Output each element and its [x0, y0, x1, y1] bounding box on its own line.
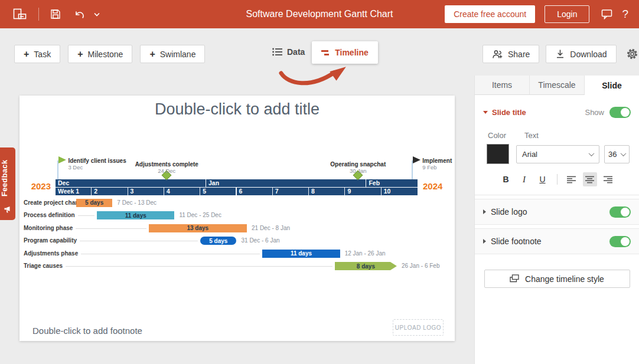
app-logo-icon[interactable]: [13, 8, 27, 21]
download-label: Download: [570, 50, 607, 59]
slide-logo-row[interactable]: Slide logo: [475, 199, 639, 225]
chevron-down-icon: [621, 150, 627, 156]
slide-canvas[interactable]: Double-click to add title DecJanFebWeek …: [19, 96, 455, 341]
gantt-task-connector: [78, 215, 94, 216]
gantt-task-dates: 26 Jan - 6 Feb: [402, 262, 439, 270]
title-color-swatch[interactable]: [487, 144, 509, 164]
year-label-right: 2024: [423, 181, 442, 191]
share-button[interactable]: Share: [482, 45, 539, 63]
slide-footnote-row[interactable]: Slide footnote: [475, 228, 639, 254]
gantt-milestone-name[interactable]: Identify client issues: [68, 158, 126, 164]
help-icon[interactable]: ?: [622, 8, 628, 21]
slide-logo-toggle[interactable]: [609, 206, 631, 218]
tab-timescale[interactable]: Timescale: [530, 76, 585, 95]
plus-icon: +: [24, 49, 29, 60]
tab-data[interactable]: Data: [272, 47, 305, 57]
tab-items[interactable]: Items: [475, 76, 530, 95]
gantt-task-bar[interactable]: 8 days: [335, 262, 397, 270]
add-swimlane-button[interactable]: + Swimlane: [140, 45, 205, 63]
slide-title-toggle[interactable]: [609, 107, 631, 118]
gantt-task-label[interactable]: Adjustments phase: [24, 250, 78, 258]
create-free-account-button[interactable]: Create free account: [445, 5, 535, 23]
divider: [38, 8, 39, 21]
pointer-arrow-graphic: [276, 59, 356, 90]
login-button[interactable]: Login: [545, 5, 589, 23]
timescale-month: Jan: [206, 179, 366, 187]
timescale-week: 2: [92, 187, 128, 195]
gantt-task-dates: 7 Dec - 13 Dec: [117, 199, 157, 207]
font-size-value: 36: [608, 150, 617, 159]
align-center-button[interactable]: [583, 172, 597, 186]
plus-icon: +: [149, 49, 155, 60]
slide-footnote-label: Slide footnote: [491, 237, 542, 246]
gantt-task-connector: [81, 254, 260, 254]
change-timeline-style-label: Change timeline style: [525, 274, 604, 284]
gantt-task-connector: [80, 241, 198, 241]
undo-menu-chevron-icon[interactable]: [94, 12, 100, 17]
add-milestone-button[interactable]: + Milestone: [68, 45, 132, 63]
font-size-select[interactable]: 36: [604, 145, 630, 163]
gantt-task-label[interactable]: Process definition: [24, 211, 75, 219]
gantt-milestone-marker[interactable]: [58, 156, 66, 163]
year-label-left: 2023: [28, 181, 51, 191]
gantt-milestone-name[interactable]: Adjustments complete: [119, 161, 214, 168]
add-task-label: Task: [34, 50, 51, 59]
timescale-week: 4: [164, 187, 200, 195]
gantt-task-label[interactable]: Triage causes: [24, 262, 63, 270]
list-icon: [272, 48, 282, 56]
expand-triangle-icon: [483, 239, 486, 244]
share-download-actions: Share Download: [482, 45, 638, 63]
gantt-milestone-date: 30 Jan: [311, 168, 405, 174]
download-button[interactable]: Download: [546, 45, 616, 63]
tab-slide[interactable]: Slide: [585, 76, 639, 95]
gantt-milestone-date: 24 Dec: [119, 168, 214, 174]
gantt-task-bar[interactable]: 5 days: [76, 199, 112, 207]
style-pages-icon: [510, 274, 519, 283]
gantt-task-dates: 31 Dec - 6 Jan: [242, 237, 280, 245]
slide-footnote-toggle[interactable]: [609, 236, 631, 247]
settings-gear-icon[interactable]: [626, 48, 638, 60]
slide-title-section-label[interactable]: Slide title: [492, 108, 526, 117]
upload-logo-button[interactable]: UPLOAD LOGO: [393, 319, 444, 336]
add-swimlane-label: Swimlane: [160, 50, 196, 59]
gantt-milestone-name[interactable]: Operating snapchat: [311, 161, 405, 168]
align-left-button[interactable]: [565, 172, 579, 186]
timescale-week: 10: [382, 187, 418, 195]
show-label: Show: [585, 108, 604, 117]
gantt-task-bar[interactable]: 11 days: [262, 250, 340, 258]
align-right-button[interactable]: [601, 172, 615, 186]
font-family-select[interactable]: Arial: [516, 145, 599, 163]
text-label: Text: [524, 131, 539, 140]
gantt-task-label[interactable]: Monitoring phase: [24, 224, 73, 232]
bold-button[interactable]: B: [499, 172, 513, 186]
add-milestone-label: Milestone: [87, 50, 123, 59]
save-icon[interactable]: [50, 9, 61, 19]
timescale-week: 7: [273, 187, 309, 195]
add-task-button[interactable]: + Task: [14, 45, 60, 63]
plus-icon: +: [77, 49, 83, 60]
italic-button[interactable]: I: [517, 172, 532, 186]
document-title[interactable]: Software Development Gantt Chart: [246, 9, 393, 19]
feedback-tab[interactable]: Feedback: [0, 147, 15, 220]
change-timeline-style-button[interactable]: Change timeline style: [484, 270, 630, 288]
gantt-task-bar[interactable]: 5 days: [200, 237, 236, 245]
insert-actions: + Task + Milestone + Swimlane: [14, 45, 205, 63]
properties-panel: Items Timescale Slide Slide title Show C…: [474, 76, 639, 364]
collapse-triangle-icon[interactable]: [483, 111, 488, 114]
timescale-week: 8: [309, 187, 345, 195]
gantt-task-connector: [76, 228, 146, 229]
timescale-month: Dec: [56, 179, 206, 187]
undo-icon[interactable]: [74, 9, 85, 19]
slide-title-section: Slide title Show Color Text Arial 36 B I: [475, 95, 639, 195]
gantt-milestone-marker[interactable]: [413, 156, 420, 163]
chat-icon[interactable]: [601, 9, 612, 19]
timescale-week: 5: [200, 187, 236, 195]
gantt-task-label[interactable]: Program capability: [24, 237, 77, 245]
slide-footnote-placeholder[interactable]: Double-click to add footnote: [32, 326, 142, 336]
tab-data-label: Data: [287, 47, 305, 57]
gantt-milestone-name[interactable]: Implement: [422, 158, 452, 164]
underline-button[interactable]: U: [536, 172, 550, 186]
timeline-bars-icon: [321, 49, 330, 57]
gantt-task-bar[interactable]: 11 days: [97, 211, 174, 219]
gantt-task-bar[interactable]: 13 days: [149, 224, 247, 232]
